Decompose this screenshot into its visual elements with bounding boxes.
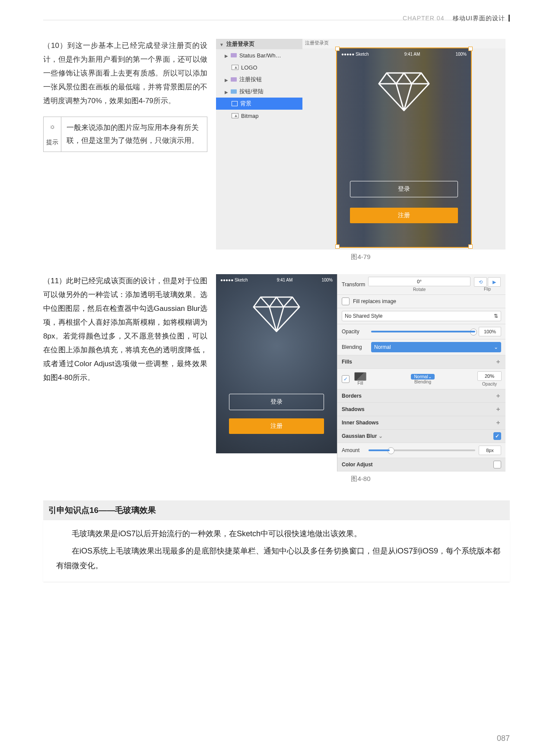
paragraph-10: （10）到这一步基本上已经完成登录注册页的设计，但是作为新用户看到的第一个界面，… [43, 39, 207, 108]
shared-style-row[interactable]: No Shared Style⇅ [337, 308, 505, 324]
register-button[interactable]: 注册 [229, 418, 324, 434]
paragraph-11: （11）此时已经完成该页面的设计，但是对于位图可以做另外的一种尝试：添加透明毛玻… [43, 274, 207, 385]
blending-select[interactable]: Normal⌄ [371, 342, 501, 352]
layer-bitmap[interactable]: Bitmap [216, 110, 302, 122]
fill-replaces-label: Fill replaces image [353, 298, 396, 304]
inner-shadows-section[interactable]: Inner Shadows＋ [337, 416, 505, 430]
login-button[interactable]: 登录 [229, 394, 324, 410]
fill-opacity-input[interactable]: 20% [477, 371, 502, 381]
dropdown-icon: ⇅ [494, 313, 498, 319]
opacity-row: Opacity 100% [337, 324, 505, 339]
flip-horizontal-button[interactable]: ⟲ [474, 277, 487, 287]
rectangle-icon [232, 101, 238, 106]
layer-login-folder[interactable]: 按钮/登陆 [216, 85, 302, 98]
blending-label: Blending [342, 344, 368, 350]
selection-handle[interactable] [468, 47, 473, 51]
fill-checkbox[interactable]: ✓ [342, 375, 350, 383]
fill-detail-row: ✓ Fill Normal⌄Blending 20%Opacity [337, 369, 505, 389]
register-button[interactable]: 注册 [350, 208, 458, 223]
fills-section[interactable]: Fills＋ [337, 355, 505, 369]
knowledge-p1: 毛玻璃效果是iOS7以后开始流行的一种效果，在Sketch中可以很快速地做出该效… [56, 526, 505, 541]
plus-icon[interactable]: ＋ [495, 358, 501, 366]
slider-thumb[interactable] [388, 447, 394, 454]
dropdown-icon: ⌄ [378, 433, 383, 439]
gaussian-blur-section[interactable]: Gaussian Blur ⌄ ✓ [337, 430, 505, 443]
folder-icon [231, 53, 237, 57]
clock: 9:41 AM [404, 52, 420, 57]
artboard-preview[interactable]: ●●●●● Sketch 9:41 AM 100% [337, 48, 471, 247]
checkbox[interactable] [342, 297, 350, 305]
tip-label: ☼ 提示 [44, 117, 61, 152]
battery: 100% [321, 278, 333, 282]
artboard-preview-blur[interactable]: ●●●●● Sketch 9:41 AM 100% 登录 [216, 274, 337, 453]
layer-panel-header[interactable]: 注册登录页 [216, 39, 302, 49]
fill-replaces-row[interactable]: Fill replaces image [337, 295, 505, 308]
fill-swatch[interactable] [354, 372, 366, 381]
blur-amount-row: Amount 8px [337, 443, 505, 458]
layer-label: 注册按钮 [239, 76, 262, 83]
selection-handle[interactable] [335, 244, 340, 249]
shared-style-select[interactable]: No Shared Style⇅ [342, 311, 501, 321]
tip-content: 一般来说添加的图片应与应用本身有所关联，但是这里为了做范例，只做演示用。 [61, 117, 207, 152]
plus-icon[interactable]: ＋ [495, 405, 501, 413]
tip-box: ☼ 提示 一般来说添加的图片应与应用本身有所关联，但是这里为了做范例，只做演示用… [43, 117, 207, 152]
page-number: 087 [497, 734, 510, 743]
flip-vertical-button[interactable]: ▶ [488, 277, 501, 287]
transform-row: Transform 0°Rotate ⟲▶Flip [337, 274, 505, 295]
selection-handle[interactable] [468, 244, 473, 249]
layer-label: Bitmap [241, 113, 258, 119]
slider-thumb[interactable] [470, 329, 477, 335]
gaussian-checkbox[interactable]: ✓ [493, 432, 501, 440]
layer-panel: 注册登录页 Status Bar/Wh… LOGO [216, 39, 302, 250]
dropdown-icon: ⌄ [494, 344, 498, 350]
battery: 100% [455, 52, 467, 57]
diamond-logo-icon [378, 71, 430, 112]
chapter-label: CHAPTER 04 [403, 15, 444, 22]
color-adjust-section[interactable]: Color Adjust [337, 458, 505, 471]
folder-icon [231, 77, 237, 82]
amount-label: Amount [342, 447, 365, 453]
layer-label: 背景 [240, 100, 251, 108]
borders-section[interactable]: Borders＋ [337, 389, 505, 403]
opacity-value[interactable]: 100% [479, 327, 501, 336]
login-button[interactable]: 登录 [350, 181, 458, 197]
folder-icon [231, 89, 237, 94]
clock: 9:41 AM [277, 278, 293, 282]
transform-label: Transform [342, 282, 365, 288]
knowledge-box: 引申知识点16——毛玻璃效果 毛玻璃效果是iOS7以后开始流行的一种效果，在Sk… [43, 500, 510, 582]
plus-icon[interactable]: ＋ [495, 419, 501, 427]
disclosure-triangle-icon [219, 41, 224, 47]
amount-value[interactable]: 8px [479, 446, 501, 455]
layer-register-folder[interactable]: 注册按钮 [216, 73, 302, 85]
knowledge-body: 毛玻璃效果是iOS7以后开始流行的一种效果，在Sketch中可以很快速地做出该效… [43, 520, 510, 582]
figure-caption-80: 图4-80 [216, 475, 505, 483]
amount-slider[interactable] [369, 449, 475, 451]
diamond-logo-icon [253, 295, 300, 333]
selection-handle[interactable] [335, 47, 340, 51]
status-bar: ●●●●● Sketch 9:41 AM 100% [216, 274, 337, 284]
fill-blending-select[interactable]: Normal⌄ [411, 374, 434, 380]
bitmap-icon [232, 113, 238, 118]
rotate-input[interactable]: 0° [368, 277, 470, 286]
opacity-label: Opacity [342, 329, 368, 335]
layer-background[interactable]: 背景 [216, 98, 302, 110]
carrier: ●●●●● Sketch [220, 278, 248, 282]
dropdown-icon: ⌄ [428, 374, 432, 379]
carrier: ●●●●● Sketch [341, 52, 369, 57]
status-bar: ●●●●● Sketch 9:41 AM 100% [337, 48, 471, 58]
shadows-section[interactable]: Shadows＋ [337, 403, 505, 416]
knowledge-heading: 引申知识点16——毛玻璃效果 [43, 500, 510, 520]
layer-label: LOGO [241, 64, 257, 71]
plus-icon[interactable]: ＋ [495, 392, 501, 400]
layer-logo[interactable]: LOGO [216, 61, 302, 73]
layer-statusbar[interactable]: Status Bar/Wh… [216, 49, 302, 61]
layer-label: Status Bar/Wh… [239, 52, 281, 59]
layer-label: 按钮/登陆 [239, 88, 264, 95]
opacity-slider[interactable] [371, 331, 475, 332]
chevron-right-icon [225, 52, 228, 59]
figure-caption-79: 图4-79 [216, 253, 505, 261]
blending-row: Blending Normal⌄ [337, 339, 505, 355]
chevron-right-icon [225, 89, 228, 95]
color-adjust-checkbox[interactable] [493, 461, 501, 468]
page-header: CHAPTER 04 移动UI界面的设计 [403, 15, 510, 22]
